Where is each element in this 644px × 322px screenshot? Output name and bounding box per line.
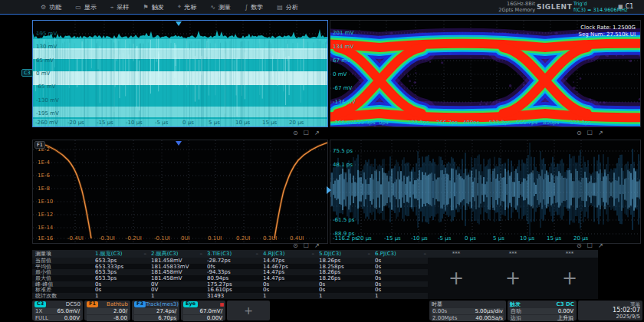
- menu-bar: ⚙功能▭显示⌁采样⚑触发⌖光标∿测量∫数学▤分析 16GHz-8Bit 2Gpt…: [0, 0, 644, 14]
- clock-time: 15:02:07: [613, 307, 640, 314]
- f1-scale: 2.00/: [113, 308, 127, 314]
- oscilloscope-screen: ⚙功能▭显示⌁采样⚑触发⌖光标∿测量∫数学▤分析 16GHz-8Bit 2Gpt…: [0, 0, 644, 322]
- fullscreen-icon[interactable]: ☐: [587, 243, 593, 249]
- measure-column-header[interactable]: 3.TIE(C3)–: [204, 251, 260, 257]
- eye-offset: 0.00V: [207, 315, 222, 321]
- measure-value: 31493: [204, 293, 260, 299]
- vertical-offset: 0.00V: [64, 315, 80, 321]
- clock-date: 2025/9/5: [616, 314, 640, 320]
- collapse-column-icon[interactable]: –: [144, 251, 147, 257]
- grid-icon: ▦: [618, 4, 623, 10]
- bathtub-panel[interactable]: 1E-21E-41E-61E-81E-101E-121E-141E-16-0.4…: [32, 140, 328, 244]
- plus-icon: +: [244, 307, 253, 314]
- undock-icon[interactable]: ↗: [598, 130, 603, 136]
- menu-items: ⚙功能▭显示⌁采样⚑触发⌖光标∿测量∫数学▤分析: [34, 0, 305, 14]
- collapse-column-icon[interactable]: –: [312, 251, 315, 257]
- channel-c3-tab[interactable]: C3: [21, 69, 33, 77]
- menu-item-label: 显示: [84, 3, 97, 12]
- fullscreen-icon[interactable]: ☐: [304, 130, 309, 136]
- menu-underline: [0, 14, 644, 15]
- menu-item-trigger[interactable]: ⚑触发: [136, 0, 171, 14]
- measure-value: 1: [316, 293, 372, 299]
- measure-value: 1: [148, 293, 204, 299]
- measure-column-header[interactable]: 6.PJ(C3)–: [372, 251, 428, 257]
- f1-status-box[interactable]: F1 Bathtub 2.00/ -8.00: [84, 301, 130, 320]
- bathtub-plot: [33, 140, 327, 243]
- jitter-track-panel[interactable]: 75.5 ps48.1 ps-61.5 ps-88.9 ps-116.2 ps-…: [330, 140, 641, 244]
- clock-box[interactable]: 菜单 15:02:07 2025/9/5: [578, 301, 642, 320]
- trigger-slope: 上升沿: [557, 315, 573, 321]
- fullscreen-icon[interactable]: ☐: [304, 243, 309, 249]
- camera-icon[interactable]: ⊙: [577, 243, 582, 249]
- bandwidth-limit: FULL: [35, 315, 48, 321]
- acquisition-info: 16GHz-8Bit 2Gpts Memory: [498, 1, 535, 13]
- table-header-row: 测量项1.眼宽(C3)–2.眼高(C3)–3.TIE(C3)–4.RJ(C3)–…: [32, 250, 428, 258]
- pause-icon: ▮▮: [219, 301, 223, 307]
- add-trace-box[interactable]: +: [227, 301, 270, 320]
- undock-icon[interactable]: ↗: [598, 243, 603, 249]
- eye-panel-toolbar: ⊙ ☐ ↗: [577, 130, 603, 136]
- waveform-panel[interactable]: 195 mV130 mV65 mV0 mV-65 mV-130 mV-195 m…: [32, 20, 328, 127]
- measure-column-title: 2.眼高(C3): [151, 251, 178, 257]
- add-measurement-button[interactable]: +: [562, 258, 577, 299]
- menu-item-display[interactable]: ▭显示: [68, 0, 104, 14]
- menu-item-function[interactable]: ⚙功能: [34, 0, 68, 14]
- menu-item-cursor[interactable]: ⌖光标: [171, 0, 204, 14]
- channel-indicator[interactable]: ▦ C1: [618, 3, 633, 10]
- measure-value: 1: [260, 293, 316, 299]
- menu-item-measure[interactable]: ∿测量: [203, 0, 238, 14]
- measure-column-header[interactable]: 2.眼高(C3)–: [148, 251, 204, 257]
- camera-icon[interactable]: ⊙: [577, 130, 582, 136]
- f3-scale: 27.4ps/: [156, 308, 176, 314]
- menu-item-label: 采样: [117, 3, 130, 12]
- channel-badge: C3: [34, 301, 46, 307]
- menu-item-acquire[interactable]: ⌁采样: [104, 0, 136, 14]
- f3-status-box[interactable]: F3 Track(mes3) 27.4ps/ 6.70ps: [132, 301, 179, 320]
- vertical-scale: 65.0mV/: [57, 308, 80, 314]
- add-measurement-button[interactable]: +: [449, 258, 464, 299]
- measure-column-header[interactable]: 4.RJ(C3)–: [260, 251, 316, 257]
- menu-item-math[interactable]: ∫数学: [238, 0, 270, 14]
- camera-icon[interactable]: ⊙: [293, 243, 298, 249]
- collapse-column-icon[interactable]: –: [256, 251, 259, 257]
- eye-status-box[interactable]: Eye ▮▮ 67.0mV/ 0.00V: [181, 301, 225, 320]
- camera-icon[interactable]: ⊙: [293, 130, 298, 136]
- channel-c3-status-box[interactable]: C3 DC50 1X65.0mV/ FULL0.00V: [32, 301, 83, 320]
- f1-badge: F1: [87, 301, 98, 307]
- measure-column-title: 3.TIE(C3): [207, 251, 232, 257]
- empty-column-header: ***: [485, 250, 541, 258]
- seg-num-label: Seg Num: 27.510k UI: [579, 31, 636, 38]
- trace-f1-tab[interactable]: F1: [34, 141, 45, 149]
- collapse-column-icon[interactable]: –: [424, 251, 427, 257]
- acq-bandwidth-label: 16GHz-8Bit: [498, 1, 535, 7]
- trigger-box[interactable]: 触发C3 DC 自动0.00V 边沿上升沿: [508, 301, 577, 320]
- channel-indicator-label: C1: [626, 3, 634, 10]
- trigger-position-marker[interactable]: [176, 21, 182, 26]
- row-label: 统计次数: [32, 293, 92, 299]
- cursor-icon: ⌖: [178, 3, 182, 11]
- add-measurement-button[interactable]: +: [505, 258, 521, 299]
- eye-diagram-panel[interactable]: 201 mV134 mV67 mV0 mV-67 mV-134 mV-268 m…: [330, 20, 641, 127]
- probe-attenuation: 1X: [35, 308, 42, 314]
- trigger-type: 边沿: [511, 315, 521, 321]
- menu-item-label: 分析: [286, 3, 298, 12]
- table-row: 最小值653.3ps181.458mV-94.33ps14.47ps18.26p…: [32, 269, 428, 275]
- collapse-column-icon[interactable]: –: [368, 251, 371, 257]
- measure-column-header[interactable]: 5.DJ(C3)–: [316, 251, 372, 257]
- timebase-scale: 5.00μs/div: [475, 308, 503, 314]
- measure-column-header[interactable]: 1.眼宽(C3)–: [92, 251, 148, 257]
- acq-memory-label: 2Gpts Memory: [498, 7, 535, 13]
- menu-item-label: 数学: [251, 3, 263, 12]
- undock-icon[interactable]: ↗: [314, 130, 320, 136]
- jitter-track-plot: [330, 140, 640, 243]
- collapse-column-icon[interactable]: –: [200, 251, 203, 257]
- coupling-label: DC50: [66, 301, 80, 307]
- add-measurement-slot: *** +: [541, 250, 598, 299]
- timebase-box[interactable]: 时基 0.00s5.00μs/div 2.00Mpts40.0GSa/s: [429, 301, 506, 320]
- track-level-marker[interactable]: [327, 186, 331, 194]
- undock-icon[interactable]: ↗: [314, 243, 320, 249]
- menu-item-analysis[interactable]: ▤分析: [270, 0, 305, 14]
- track-panel-toolbar: ⊙ ☐ ↗: [577, 243, 603, 249]
- bathtub-center-marker[interactable]: [176, 141, 182, 146]
- fullscreen-icon[interactable]: ☐: [587, 130, 593, 136]
